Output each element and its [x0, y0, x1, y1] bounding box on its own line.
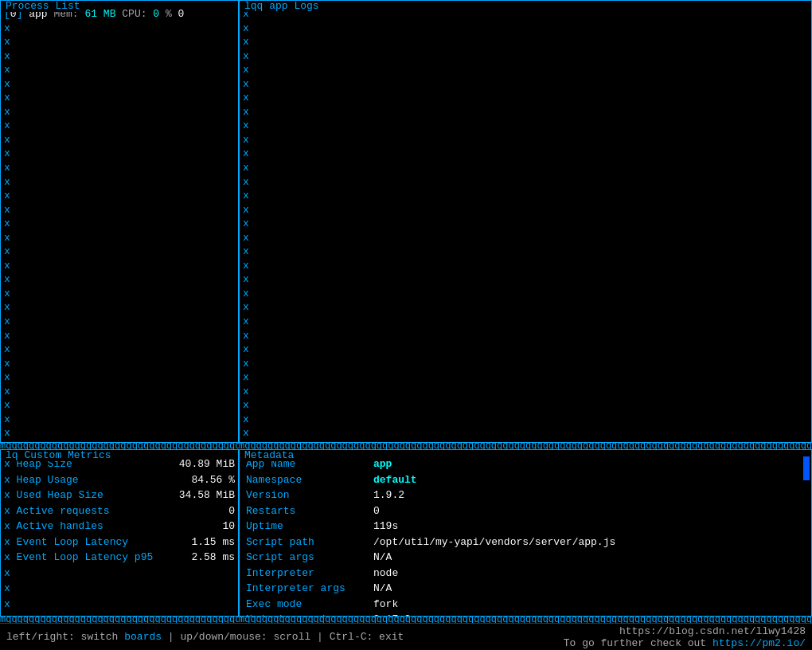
meta-value: /opt/util/my-yapi/vendors/server/app.js: [373, 534, 615, 550]
bottom-sep-left: mqqqqqqqqqqqqqqqqqqqqqqqqqqqqqqqqqqqqqqq…: [0, 617, 239, 623]
meta-row-exec-mode: Exec mode fork: [246, 597, 805, 613]
log-row: x: [243, 147, 808, 161]
meta-key: Interpreter args: [246, 581, 373, 597]
log-row: x: [243, 175, 808, 190]
process-row: x: [4, 133, 235, 147]
process-row: x: [4, 441, 235, 443]
meta-row-interpreter: Interpreter node: [246, 566, 805, 581]
status-right: https://blog.csdn.net/llwy1428 To go fur…: [564, 625, 806, 649]
metric-row-event-loop-p95: x Event Loop Latency p95 2.58 ms: [4, 550, 235, 566]
process-row: x: [4, 35, 235, 49]
log-row: x: [243, 7, 808, 22]
log-row: x: [243, 441, 808, 443]
log-row: x: [243, 105, 808, 119]
log-row: x: [243, 329, 808, 343]
log-row: x: [243, 272, 808, 287]
process-list-panel: Process List [0] app Mem: 61 MB CPU: 0 %…: [0, 0, 239, 443]
log-row: x: [243, 161, 808, 175]
meta-row-interpreter-args: Interpreter args N/A: [246, 581, 805, 597]
meta-value: 119s: [373, 519, 398, 534]
process-row: x: [4, 91, 235, 105]
metric-label: x Used Heap Size: [4, 487, 103, 503]
metric-label: x Active requests: [4, 503, 110, 519]
meta-row-namespace: Namespace default: [246, 472, 805, 488]
log-row: x: [243, 77, 808, 92]
process-row: x: [4, 259, 235, 273]
process-row: x: [4, 287, 235, 301]
log-row: x: [243, 357, 808, 371]
scrollbar-indicator[interactable]: [803, 456, 810, 480]
log-row: x: [243, 217, 808, 231]
meta-key: Version: [246, 487, 373, 503]
meta-value: N/A: [373, 550, 392, 566]
metadata-content: App Name app Namespace default Version 1…: [240, 450, 811, 617]
process-row: x: [4, 77, 235, 92]
meta-value: N/A: [373, 581, 392, 597]
sep-right: mqqqqqqqqqqqqqqqqqqqqqqqqqqqqqqqqqqqqqqq…: [239, 443, 812, 449]
meta-value: 0: [373, 503, 380, 519]
process-row: x: [4, 413, 235, 427]
log-row: x: [243, 426, 808, 441]
metric-value: 84.56 %: [191, 472, 235, 488]
metric-value: 34.58 MiB: [179, 487, 235, 503]
log-row: x: [243, 133, 808, 147]
meta-row-version: Version 1.9.2: [246, 487, 805, 503]
meta-row-restarts: Restarts 0: [246, 503, 805, 519]
metric-label: x Active handles: [4, 519, 103, 534]
log-row: x: [243, 119, 808, 133]
metric-value: 2.58 ms: [191, 550, 235, 566]
status-left-text: left/right: switch boards | up/down/mous…: [6, 631, 404, 643]
meta-value: app: [373, 456, 392, 472]
csdn-url: https://blog.csdn.net/llwy1428: [564, 625, 806, 637]
app-logs-panel: lqq app Logs x x x x x x x x x x x x x x…: [239, 0, 812, 443]
log-row: x: [243, 189, 808, 203]
log-row: x: [243, 287, 808, 301]
process-row: x: [4, 300, 235, 315]
bottom-row: lq Custom Metrics x Heap Size 40.89 MiB …: [0, 449, 812, 617]
process-row: x: [4, 189, 235, 203]
log-row: x: [243, 63, 808, 77]
pm2-text: To go further check out https://pm2.io/: [564, 637, 806, 649]
process-row: x: [4, 119, 235, 133]
process-row: x: [4, 315, 235, 329]
log-row: x: [243, 385, 808, 399]
process-row: x: [4, 175, 235, 190]
metadata-panel: Metadata App Name app Namespace default …: [239, 449, 812, 617]
log-row: x: [243, 203, 808, 217]
process-row: x: [4, 272, 235, 287]
log-row: x: [243, 398, 808, 413]
status-left: left/right: switch boards | up/down/mous…: [6, 631, 404, 643]
metric-row-empty2: x: [4, 581, 235, 597]
bottom-separator: mqqqqqqqqqqqqqqqqqqqqqqqqqqqqqqqqqqqqqqq…: [0, 617, 812, 623]
panels-separator: mqqqqqqqqqqqqqqqqqqqqqqqqqqqqqqqqqqqqqqq…: [0, 443, 812, 449]
meta-key: Exec mode: [246, 597, 373, 613]
log-row: x: [243, 300, 808, 315]
process-row: x: [4, 357, 235, 371]
process-list-title: Process List: [4, 0, 82, 12]
metric-row-event-loop: x Event Loop Latency 1.15 ms: [4, 534, 235, 550]
boards-text: boards: [124, 631, 162, 643]
log-row: x: [243, 315, 808, 329]
log-row: x: [243, 49, 808, 64]
log-row: x: [243, 245, 808, 259]
process-row: x: [4, 63, 235, 77]
process-row: x: [4, 49, 235, 64]
process-row: x: [4, 231, 235, 245]
status-bar: left/right: switch boards | up/down/mous…: [0, 623, 812, 650]
process-row: x: [4, 398, 235, 413]
meta-key: Node.js version: [246, 612, 373, 617]
metric-row-empty1: x: [4, 566, 235, 581]
process-row: x: [4, 245, 235, 259]
process-row: x: [4, 426, 235, 441]
log-row: x: [243, 231, 808, 245]
log-row: x: [243, 22, 808, 36]
meta-value: 8.17.0: [373, 612, 411, 617]
meta-row-script-args: Script args N/A: [246, 550, 805, 566]
process-row: x: [4, 105, 235, 119]
process-row: x: [4, 147, 235, 161]
custom-metrics-panel: lq Custom Metrics x Heap Size 40.89 MiB …: [0, 449, 239, 617]
meta-key: Interpreter: [246, 566, 373, 581]
metric-value: 40.89 MiB: [179, 456, 235, 472]
log-row: x: [243, 259, 808, 273]
metric-row-heap-usage: x Heap Usage 84.56 %: [4, 472, 235, 488]
